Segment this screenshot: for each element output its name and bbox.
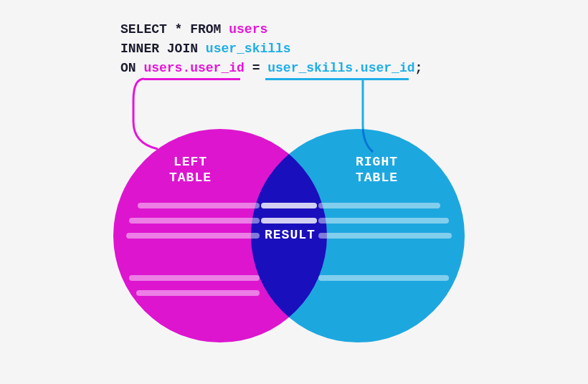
result-label: RESULT [265,228,316,242]
left-table-label: LEFT TABLE [169,155,212,186]
join-right-key: user_skills.user_id [267,61,414,75]
sql-query: SELECT * FROM users INNER JOIN user_skil… [120,20,422,78]
row-line [136,290,260,296]
venn-diagram: LEFT TABLE RIGHT TABLE RESULT [113,129,465,365]
row-line [318,275,449,281]
row-line [318,218,449,224]
label-right-bottom: TABLE [356,171,398,186]
join-left-key: users.user_id [143,61,244,75]
keyword-select: SELECT [120,22,167,37]
underline-left-key [144,78,240,80]
underline-right-key [265,78,409,80]
keyword-from: FROM [190,22,229,37]
table-users: users [229,22,267,37]
select-star: * [167,22,190,37]
label-right-top: RIGHT [356,155,398,171]
row-line [138,203,260,208]
row-line [318,203,440,208]
table-user-skills: user_skills [206,42,291,56]
row-line [318,233,452,239]
equals-sign: = [245,61,267,75]
keyword-inner-join: INNER JOIN [120,42,206,56]
right-table-label: RIGHT TABLE [356,155,398,186]
row-line [129,218,260,224]
label-left-top: LEFT [169,155,212,171]
label-left-bottom: TABLE [169,171,212,186]
result-row-line [261,203,317,208]
row-line [126,233,260,239]
semicolon: ; [414,61,422,75]
result-row-line [261,218,317,224]
row-line [129,275,260,281]
keyword-on: ON [120,61,143,75]
